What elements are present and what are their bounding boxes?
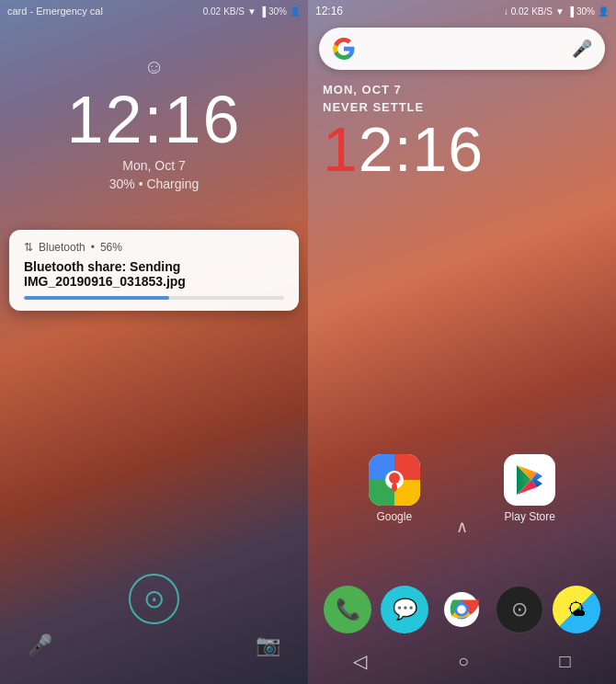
right-data-unit: KB/S [531, 6, 553, 17]
left-battery-charging: 30% • Charging [0, 177, 308, 191]
left-person-icon: 👤 [290, 6, 301, 17]
left-clock: 12:16 [0, 86, 308, 153]
phone-icon: 📞 [336, 598, 360, 621]
left-status-bar: card - Emergency cal 0.02 KB/S ▼ ▐ 30% 👤 [0, 0, 308, 22]
face-unlock-icon: ☺ [0, 55, 308, 79]
svg-point-14 [458, 605, 467, 614]
left-status-app: card - Emergency cal [7, 6, 103, 17]
messages-icon: 💬 [393, 598, 417, 621]
app-dock: 📞 💬 ⊙ 🌤 [308, 586, 616, 633]
app-icon-play-store[interactable]: Play Store [504, 454, 555, 523]
dock-weather[interactable]: 🌤 [553, 586, 600, 633]
right-download-icon: ↓ [504, 6, 508, 17]
navigation-bar: ◁ ○ □ [308, 638, 616, 684]
right-signal-icon: ▐ [567, 6, 574, 17]
app-icons-row: Google [308, 454, 616, 523]
notification-app-name: Bluetooth [39, 241, 86, 254]
right-status-time: 12:16 [315, 5, 343, 17]
microphone-icon[interactable]: 🎤 [28, 633, 52, 657]
dock-camera[interactable]: ⊙ [496, 586, 543, 633]
camera-dock-icon: ⊙ [511, 598, 528, 621]
notification-progress-bar [24, 296, 284, 300]
left-clock-area: ☺ 12:16 Mon, Oct 7 30% • Charging [0, 55, 308, 191]
right-data-speed: 0.02 [511, 6, 529, 17]
right-date-label: MON, OCT 7 [323, 83, 484, 97]
right-status-icons: ↓ 0.02 KB/S ▼ ▐ 30% 👤 [504, 6, 609, 17]
notification-header: ⇅ Bluetooth • 56% [24, 241, 284, 254]
notification-separator: • [91, 241, 95, 254]
right-clock: 12:16 [323, 118, 484, 180]
fingerprint-icon[interactable]: ⊙ [129, 574, 179, 624]
play-store-icon-circle [504, 454, 555, 506]
play-store-icon-svg [513, 463, 546, 496]
notification-percentage: 56% [100, 241, 122, 254]
bluetooth-icon: ⇅ [24, 241, 33, 254]
microphone-search-icon[interactable]: 🎤 [572, 39, 592, 59]
left-panel: card - Emergency cal 0.02 KB/S ▼ ▐ 30% 👤… [0, 0, 308, 684]
chrome-icon-svg [444, 592, 479, 627]
fingerprint-glyph: ⊙ [143, 584, 165, 614]
right-clock-accent: 1 [323, 114, 359, 184]
left-status-icons: 0.02 KB/S ▼ ▐ 30% 👤 [203, 6, 301, 17]
left-bottom-icons: 🎤 📷 [0, 633, 308, 676]
camera-icon[interactable]: 📷 [256, 633, 280, 657]
notification-progress-fill [24, 296, 169, 300]
right-clock-rest: 2:16 [359, 114, 484, 184]
left-signal-icon: ▐ [259, 6, 266, 17]
svg-point-6 [392, 483, 397, 492]
right-battery-text: 30% [576, 6, 595, 17]
right-wifi-icon: ▼ [555, 6, 565, 17]
dock-chrome[interactable] [438, 586, 485, 633]
back-button[interactable]: ◁ [353, 650, 367, 672]
home-button[interactable]: ○ [458, 651, 469, 672]
play-store-app-label: Play Store [505, 510, 555, 523]
recents-button[interactable]: □ [560, 651, 571, 672]
notification-title: Bluetooth share: Sending IMG_20190916_03… [24, 259, 284, 289]
right-status-bar: 12:16 ↓ 0.02 KB/S ▼ ▐ 30% 👤 [308, 0, 616, 22]
left-bottom-area: ⊙ 🎤 📷 [0, 574, 308, 684]
google-g-logo [332, 37, 356, 61]
google-app-label: Google [376, 510, 412, 523]
right-panel: 12:16 ↓ 0.02 KB/S ▼ ▐ 30% 👤 🎤 MON, OCT 7… [308, 0, 616, 684]
left-battery-text: 30% [268, 6, 287, 17]
weather-icon: 🌤 [567, 599, 586, 621]
left-data-speed: 0.02 [203, 6, 221, 17]
dock-messages[interactable]: 💬 [381, 586, 428, 633]
right-person-icon: 👤 [598, 6, 609, 17]
dock-phone[interactable]: 📞 [324, 586, 371, 633]
google-icon-circle [369, 454, 420, 506]
left-wifi-icon: ▼ [247, 6, 257, 17]
notification-card[interactable]: ⇅ Bluetooth • 56% Bluetooth share: Sendi… [9, 230, 299, 311]
app-icon-google[interactable]: Google [369, 454, 420, 523]
chevron-up-icon[interactable]: ∧ [456, 517, 468, 537]
right-never-settle: NEVER SETTLE [323, 100, 484, 114]
svg-point-5 [389, 473, 400, 484]
left-date: Mon, Oct 7 [0, 158, 308, 173]
google-maps-icon-svg [369, 454, 420, 506]
left-data-unit: KB/S [223, 6, 245, 17]
search-bar[interactable]: 🎤 [319, 28, 605, 70]
right-date-area: MON, OCT 7 NEVER SETTLE 12:16 [323, 83, 484, 180]
